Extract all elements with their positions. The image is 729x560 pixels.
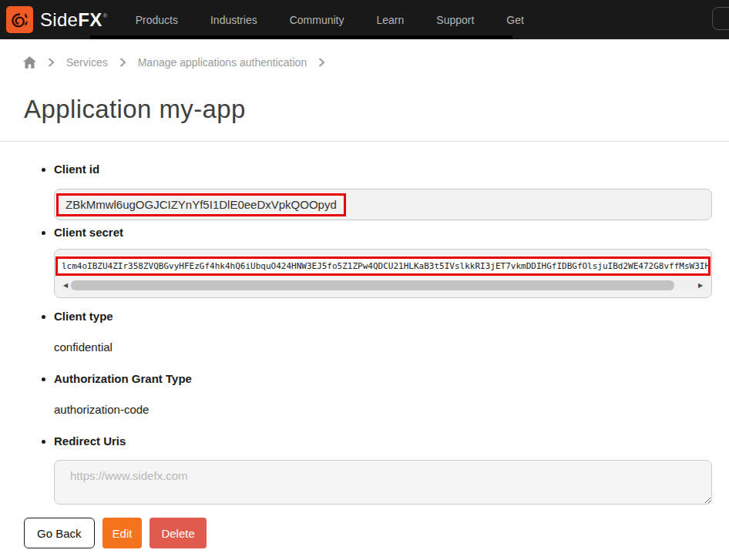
client-id-value: ZBkMmwl6ugOGJCIZYnYf5I1DlE0eeDxVpkQOOpyd: [66, 198, 337, 211]
client-secret-annotation-box: lcm4oIBZU4ZIr358ZVQBGvyHFEzGf4hk4hQ6iUbq…: [55, 257, 711, 276]
field-authorization-grant-type: Authorization Grant Type authorization-c…: [54, 372, 729, 416]
field-redirect-uris: Redirect Uris: [54, 434, 729, 505]
nav-underline-strip: [90, 35, 512, 39]
nav-item-learn[interactable]: Learn: [376, 14, 404, 26]
delete-button[interactable]: Delete: [149, 518, 206, 548]
client-secret-field[interactable]: lcm4oIBZU4ZIr358ZVQBGvyHFEzGf4hk4hQ6iUbq…: [54, 249, 712, 298]
horizontal-scrollbar[interactable]: ◀ ▶: [61, 280, 705, 290]
action-button-row: Go Back Edit Delete: [24, 518, 729, 548]
field-client-id: Client id ZBkMmwl6ugOGJCIZYnYf5I1DlE0eeD…: [54, 163, 729, 220]
scrollbar-thumb[interactable]: [71, 280, 674, 290]
nav-item-support[interactable]: Support: [436, 14, 474, 26]
client-type-value: confidential: [54, 340, 729, 354]
nav-item-products[interactable]: Products: [136, 14, 178, 26]
edit-button[interactable]: Edit: [102, 518, 143, 548]
client-id-annotation-box: ZBkMmwl6ugOGJCIZYnYf5I1DlE0eeDxVpkQOOpyd: [56, 193, 346, 216]
client-id-label: Client id: [54, 163, 729, 176]
brand-side-text: Side: [40, 9, 78, 30]
title-divider: [0, 141, 729, 142]
scroll-right-arrow-icon[interactable]: ▶: [696, 280, 705, 290]
main-nav: Products Industries Community Learn Supp…: [136, 14, 524, 26]
brand-wordmark: SideFX®: [40, 9, 108, 31]
breadcrumb-services[interactable]: Services: [66, 56, 108, 69]
field-client-secret: Client secret lcm4oIBZU4ZIr358ZVQBGvyHFE…: [54, 226, 729, 298]
nav-item-industries[interactable]: Industries: [210, 14, 257, 26]
nav-cutoff-button[interactable]: [712, 7, 729, 30]
application-detail-list: Client id ZBkMmwl6ugOGJCIZYnYf5I1DlE0eeD…: [0, 163, 729, 505]
grant-type-label: Authorization Grant Type: [54, 372, 729, 385]
client-secret-label: Client secret: [54, 226, 729, 239]
page-title: Application my-app: [24, 95, 729, 124]
nav-item-community[interactable]: Community: [290, 14, 344, 26]
nav-item-get[interactable]: Get: [506, 14, 524, 26]
chevron-right-icon: [318, 58, 325, 67]
houdini-swirl-icon: [6, 6, 33, 33]
redirect-uris-label: Redirect Uris: [54, 434, 729, 448]
chevron-right-icon: [48, 58, 55, 67]
brand-registered-mark: ®: [103, 12, 108, 19]
brand-fx-text: FX: [78, 9, 102, 30]
chevron-right-icon: [119, 58, 126, 67]
top-navbar: SideFX® Products Industries Community Le…: [0, 0, 729, 39]
sidefx-logo[interactable]: SideFX®: [6, 6, 108, 33]
field-client-type: Client type confidential: [54, 310, 729, 354]
grant-type-value: authorization-code: [54, 403, 729, 416]
client-type-label: Client type: [54, 310, 729, 323]
client-id-field[interactable]: ZBkMmwl6ugOGJCIZYnYf5I1DlE0eeDxVpkQOOpyd: [54, 189, 712, 220]
scroll-left-arrow-icon[interactable]: ◀: [61, 280, 70, 290]
home-icon[interactable]: [23, 56, 36, 69]
breadcrumb-manage-apps[interactable]: Manage applications authentication: [138, 56, 307, 69]
redirect-uris-textarea[interactable]: [54, 460, 712, 505]
go-back-button[interactable]: Go Back: [24, 518, 95, 548]
breadcrumb: Services Manage applications authenticat…: [0, 39, 729, 69]
client-secret-value: lcm4oIBZU4ZIr358ZVQBGvyHFEzGf4hk4hQ6iUbq…: [62, 261, 711, 271]
